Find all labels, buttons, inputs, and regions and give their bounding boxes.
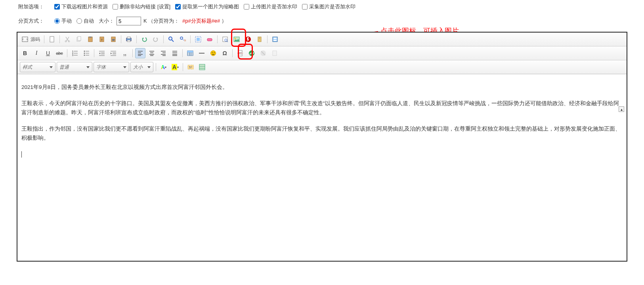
redo-icon[interactable]: [151, 34, 161, 44]
svg-point-79: [212, 52, 213, 53]
content-paragraph-2: 王毅表示，今天的阿富汗站在历史的十字路口。美国及其盟友仓促撤离，美西方推行的强权…: [21, 99, 623, 117]
upload-watermark-label: 上传图片是否加水印: [251, 3, 297, 10]
copy-icon[interactable]: [74, 34, 84, 44]
paging-marker: #p#分页标题#e#: [182, 18, 220, 24]
find-icon[interactable]: [166, 34, 176, 44]
source-label: 源码: [31, 36, 40, 43]
settings-link[interactable]: [设置]: [157, 3, 170, 10]
size-select[interactable]: 大小: [130, 62, 153, 72]
show-blocks-icon[interactable]: [197, 62, 207, 72]
svg-rect-89: [273, 51, 277, 56]
paging-size-label: 大小：: [99, 17, 114, 25]
template-icon[interactable]: [270, 34, 280, 44]
table-icon[interactable]: [185, 48, 195, 58]
svg-rect-81: [238, 50, 242, 52]
select-all-icon[interactable]: [193, 34, 203, 44]
paste-text-icon[interactable]: T: [97, 34, 107, 44]
extract-first-image-checkbox[interactable]: [175, 4, 181, 10]
font-select[interactable]: 字体: [94, 62, 129, 72]
special-char-icon[interactable]: Ω: [220, 48, 230, 58]
svg-point-19: [180, 37, 183, 39]
image-icon[interactable]: [231, 34, 242, 44]
remove-format-icon[interactable]: [204, 34, 215, 44]
source-button[interactable]: [20, 34, 30, 44]
unlink-icon[interactable]: [258, 48, 268, 58]
replace-icon[interactable]: b: [178, 34, 188, 44]
svg-rect-92: [199, 64, 205, 70]
blockquote-icon[interactable]: ,,: [120, 48, 130, 58]
numbered-list-icon[interactable]: 123: [70, 48, 80, 58]
align-left-icon[interactable]: [135, 48, 145, 58]
download-remote-label: 下载远程图片和资源: [61, 3, 108, 10]
paging-auto-label: 自动: [84, 17, 94, 25]
bold-icon[interactable]: B: [20, 48, 30, 58]
undo-icon[interactable]: [139, 34, 149, 44]
svg-line-18: [172, 40, 174, 42]
svg-rect-30: [258, 37, 261, 42]
paging-mode-label: 分页方式：: [18, 17, 44, 25]
upload-watermark-checkbox[interactable]: [244, 4, 249, 10]
svg-rect-2: [22, 37, 28, 42]
underline-icon[interactable]: U: [43, 48, 53, 58]
editor-content-area[interactable]: 2021年9月8日，国务委员兼外长王毅在北京以视频方式出席首次阿富汗邻国外长会。…: [17, 74, 627, 261]
page-break-icon[interactable]: [235, 48, 245, 58]
svg-point-41: [84, 51, 85, 52]
editor-toolbar-row-2: B I U abc 123 ,, Ω: [17, 46, 627, 60]
editor-toolbar-row-3: 样式 普通 字体 大小 A▾ A▾ ¶P: [17, 60, 627, 74]
svg-point-80: [214, 52, 215, 53]
align-center-icon[interactable]: [147, 48, 157, 58]
formatted-block-icon[interactable]: ¶P: [185, 62, 196, 72]
paging-size-input[interactable]: [117, 17, 141, 25]
svg-text:W: W: [112, 39, 115, 41]
collect-watermark-label: 采集图片是否加水印: [309, 3, 355, 10]
svg-text:T: T: [101, 38, 103, 42]
paging-unit-prefix: K （分页符为：: [143, 18, 179, 24]
paging-manual-label: 手动: [61, 17, 72, 25]
bullet-list-icon[interactable]: [81, 48, 92, 58]
paging-unit-suffix: ）: [222, 18, 227, 24]
svg-rect-32: [273, 37, 277, 42]
print-icon[interactable]: [124, 34, 134, 44]
svg-point-78: [211, 51, 216, 56]
format-select[interactable]: 普通: [57, 62, 92, 72]
indent-icon[interactable]: [108, 48, 118, 58]
svg-rect-22: [197, 38, 200, 41]
paste-icon[interactable]: [85, 34, 96, 44]
download-remote-checkbox[interactable]: [54, 4, 60, 10]
paging-auto-radio[interactable]: [76, 18, 82, 24]
content-paragraph-3: 王毅指出，作为邻国，没有国家比我们更不愿看到阿富汗重陷战乱、再起祸端，没有国家比…: [21, 125, 623, 143]
new-page-icon[interactable]: [47, 34, 57, 44]
svg-rect-3: [50, 37, 54, 42]
paste-word-icon[interactable]: W: [108, 34, 118, 44]
flash-icon[interactable]: [243, 34, 253, 44]
svg-rect-23: [207, 39, 212, 41]
editor-toolbar-row-1: 源码 T W b: [17, 33, 627, 46]
align-justify-icon[interactable]: [170, 48, 180, 58]
smiley-icon[interactable]: [208, 48, 218, 58]
attachment-icon[interactable]: [254, 34, 265, 44]
svg-rect-33: [273, 38, 277, 39]
hr-icon[interactable]: [197, 48, 207, 58]
strikethrough-icon[interactable]: abc: [54, 48, 65, 58]
paging-manual-radio[interactable]: [54, 18, 60, 24]
svg-rect-9: [89, 37, 92, 38]
style-select[interactable]: 样式: [20, 62, 55, 72]
text-color-icon[interactable]: A▾: [159, 62, 169, 72]
link-icon[interactable]: [247, 48, 257, 58]
italic-icon[interactable]: I: [31, 48, 42, 58]
collect-watermark-checkbox[interactable]: [302, 4, 308, 10]
cut-icon[interactable]: [62, 34, 73, 44]
anchor-icon[interactable]: [269, 48, 280, 58]
remove-external-label: 删除非站内链接: [120, 3, 156, 10]
svg-rect-82: [238, 54, 242, 56]
outdent-icon[interactable]: [97, 48, 107, 58]
preview-icon[interactable]: [220, 34, 230, 44]
svg-text:¶P: ¶P: [189, 66, 193, 69]
remove-external-checkbox[interactable]: [113, 4, 118, 10]
svg-point-42: [84, 53, 85, 54]
svg-rect-16: [127, 40, 130, 42]
svg-point-17: [169, 37, 172, 40]
bg-color-icon[interactable]: A▾: [170, 62, 180, 72]
align-right-icon[interactable]: [158, 48, 168, 58]
additional-options-label: 附加选项：: [18, 3, 44, 10]
